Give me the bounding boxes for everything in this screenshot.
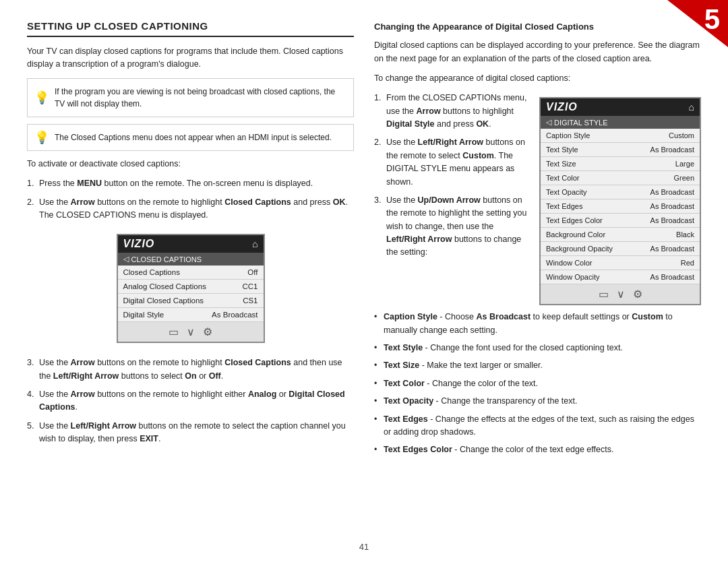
menu-right-section-title: DIGITAL STYLE [554,119,607,127]
menu-row-text-opacity: Text Opacity As Broadcast [541,185,700,199]
step-5: 5. Use the Left/Right Arrow buttons on t… [27,420,354,446]
home-icon-left: ⌂ [252,239,257,249]
menu-row-digital-style: Digital Style As Broadcast [118,308,264,322]
bullet-text-style: Text Style - Change the font used for th… [374,342,701,354]
row-label-analog-cc: Analog Closed Captions [123,282,206,290]
vizio-logo-right: VIZIO [546,101,578,113]
steps-list-left: 1. Press the MENU button on the remote. … [27,177,354,222]
step-3: 3. Use the Arrow buttons on the remote t… [27,356,354,383]
bullet-text-opacity: Text Opacity - Change the transparency o… [374,395,701,408]
footer-icon-rect-right: ▭ [599,288,609,301]
right-step-1: 1. From the CLOSED CAPTIONs menu, use th… [374,92,528,131]
menu-row-text-style: Text Style As Broadcast [541,143,700,157]
vizio-menu-right-title: ◁ DIGITAL STYLE [541,116,700,129]
main-heading: SETTING UP CLOSED CAPTIONING [27,20,354,37]
steps-list-right: 1. From the CLOSED CAPTIONs menu, use th… [374,92,528,259]
menu-row-caption-style: Caption Style Custom [541,129,700,143]
menu-row-window-color: Window Color Red [541,256,700,270]
menu-row-text-size: Text Size Large [541,157,700,171]
right-step-3: 3. Use the Up/Down Arrow buttons on the … [374,194,528,259]
bullet-text-size: Text Size - Make the text larger or smal… [374,359,701,372]
vizio-menu-right-footer: ▭ ∨ ⚙ [541,284,700,304]
page-number: 41 [359,542,369,552]
menu-row-text-edges-color: Text Edges Color As Broadcast [541,214,700,228]
tip-text-2: The Closed Captions menu does not appear… [55,133,332,142]
tip-icon-2: 💡 [34,128,49,146]
footer-icon-down-left: ∨ [187,325,195,338]
footer-icon-gear-right: ⚙ [633,288,642,301]
menu-row-bg-color: Background Color Black [541,228,700,242]
right-intro: Digital closed captions can be displayed… [374,39,701,65]
vizio-menu-left-header: VIZIO ⌂ [118,235,264,253]
menu-left-container: VIZIO ⌂ ◁ CLOSED CAPTIONS Closed Caption… [27,227,354,350]
bullet-text-color: Text Color - Change the color of the tex… [374,377,701,390]
row-value-digital-cc: CS1 [243,296,257,305]
back-arrow-left: ◁ [123,255,129,263]
vizio-menu-left-footer: ▭ ∨ ⚙ [118,322,264,342]
vizio-menu-right-container: VIZIO ⌂ ◁ DIGITAL STYLE Caption Style Cu… [539,92,701,311]
row-label-digital-cc: Digital Closed Captions [123,296,204,305]
row-label-digital-style: Digital Style [123,311,164,319]
tip-icon-1: 💡 [34,88,49,106]
activate-heading: To activate or deactivate closed caption… [27,158,354,170]
vizio-menu-right-header: VIZIO ⌂ [541,98,700,116]
menu-row-analog-cc: Analog Closed Captions CC1 [118,280,264,294]
bullets-list: Caption Style - Choose As Broadcast to k… [374,311,701,456]
menu-row-digital-cc: Digital Closed Captions CS1 [118,294,264,308]
footer-icon-down-right: ∨ [617,288,625,301]
steps-list-left-continued: 3. Use the Arrow buttons on the remote t… [27,356,354,445]
menu-row-closed-captions: Closed Captions Off [118,266,264,280]
step-4: 4. Use the Arrow buttons on the remote t… [27,388,354,414]
right-step-2: 2. Use the Left/Right Arrow buttons on t… [374,136,528,189]
menu-row-text-edges: Text Edges As Broadcast [541,199,700,214]
bullet-text-edges-color: Text Edges Color - Change the color of t… [374,443,701,456]
right-main-heading: Changing the Appearance of Digital Close… [374,20,701,34]
step-2: 2. Use the Arrow buttons on the remote t… [27,196,354,222]
home-icon-right: ⌂ [689,102,694,113]
row-value-analog-cc: CC1 [242,282,257,290]
bullet-text-edges: Text Edges - Change the effects at the e… [374,413,701,439]
tip-text-1: If the program you are viewing is not be… [55,87,335,108]
menu-left-section-title: CLOSED CAPTIONS [131,255,202,263]
vizio-menu-right: VIZIO ⌂ ◁ DIGITAL STYLE Caption Style Cu… [539,97,701,305]
menu-row-bg-opacity: Background Opacity As Broadcast [541,242,700,256]
intro-paragraph: Your TV can display closed captions for … [27,45,354,71]
row-label-closed-captions: Closed Captions [123,268,180,276]
tip-box-2: 💡 The Closed Captions menu does not appe… [27,124,354,151]
footer-icon-gear-left: ⚙ [203,325,212,338]
right-column: Changing the Appearance of Digital Close… [374,20,701,549]
bullet-caption-style: Caption Style - Choose As Broadcast to k… [374,311,701,337]
left-column: SETTING UP CLOSED CAPTIONING Your TV can… [27,20,354,549]
right-steps-wrapper: 1. From the CLOSED CAPTIONs menu, use th… [374,92,528,311]
step-1: 1. Press the MENU button on the remote. … [27,177,354,190]
change-appearance-label: To change the appearance of digital clos… [374,72,701,85]
tip-box-1: 💡 If the program you are viewing is not … [27,78,354,117]
vizio-logo-left: VIZIO [123,238,155,250]
page-chapter-number: 5 [704,5,720,34]
vizio-menu-left-title: ◁ CLOSED CAPTIONS [118,253,264,266]
back-arrow-right: ◁ [546,118,551,127]
row-value-closed-captions: Off [247,268,257,276]
menu-row-window-opacity: Window Opacity As Broadcast [541,270,700,284]
footer-icon-rect-left: ▭ [169,325,179,338]
vizio-menu-left: VIZIO ⌂ ◁ CLOSED CAPTIONS Closed Caption… [117,234,265,343]
menu-row-text-color: Text Color Green [541,171,700,185]
row-value-digital-style: As Broadcast [212,311,257,319]
